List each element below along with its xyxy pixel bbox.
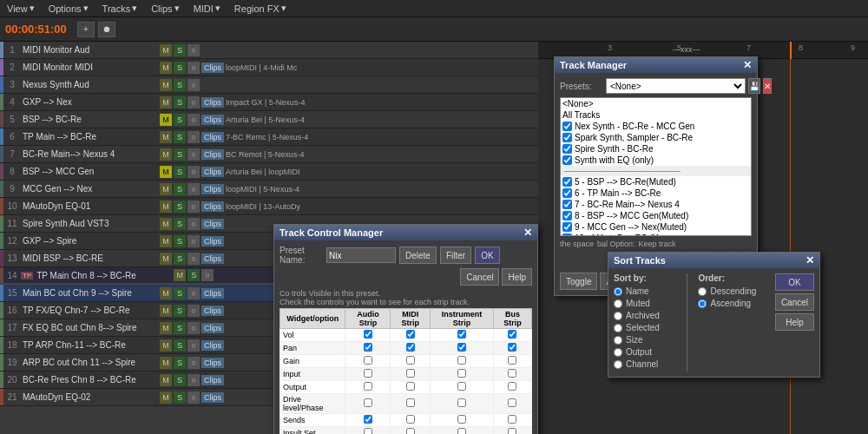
mute-button[interactable]: M — [160, 166, 172, 178]
clips-button[interactable]: Clips — [201, 167, 224, 177]
preset-track-7[interactable]: 7 - BC-Re Main--> Nexus 4 — [561, 199, 751, 210]
mute-button[interactable]: M — [160, 235, 172, 247]
arm-button[interactable]: ○ — [187, 183, 200, 195]
tcm-help-button[interactable]: Help — [502, 268, 532, 286]
tcm-cancel-button[interactable]: Cancel — [460, 268, 499, 286]
track-row[interactable]: 5 BSP --> BC-Re M S ○ ClipsArturia Bei |… — [0, 111, 538, 128]
arm-button[interactable]: ○ — [187, 131, 200, 143]
tcm-midi-cell[interactable] — [391, 381, 431, 394]
track-checkbox-5[interactable] — [562, 177, 572, 187]
tcm-midi-checkbox[interactable] — [406, 369, 415, 378]
clips-button[interactable]: Clips — [201, 62, 224, 73]
clips-button[interactable]: Clips — [201, 358, 224, 368]
arm-button[interactable]: ○ — [187, 287, 200, 299]
tcm-bus-checkbox[interactable] — [508, 330, 516, 339]
tcm-ok-button[interactable]: OK — [475, 247, 499, 264]
preset-track-10[interactable]: 10 - MAutoDyn EQ-01 — [561, 233, 751, 236]
tcm-midi-checkbox[interactable] — [406, 428, 415, 434]
tcm-bus-cell[interactable] — [493, 427, 531, 435]
arm-button[interactable]: ○ — [187, 201, 200, 213]
sort-radio-name[interactable] — [614, 287, 622, 296]
arm-button[interactable]: ○ — [187, 218, 200, 230]
arm-button[interactable]: ○ — [187, 114, 200, 126]
sort-option-selected[interactable]: Selected — [614, 323, 676, 332]
tcm-audio-checkbox[interactable] — [364, 343, 372, 352]
sort-radio-muted[interactable] — [614, 299, 622, 308]
preset-checkbox-3[interactable] — [562, 144, 572, 154]
tcm-audio-checkbox[interactable] — [364, 356, 372, 365]
tcm-bus-checkbox[interactable] — [508, 343, 516, 352]
mute-button[interactable]: M — [160, 253, 172, 265]
clips-button[interactable]: Clips — [201, 288, 224, 299]
arm-button[interactable]: ○ — [187, 148, 200, 161]
clips-button[interactable]: Clips — [201, 236, 224, 247]
tcm-audio-checkbox[interactable] — [364, 382, 372, 391]
sort-option-muted[interactable]: Muted — [614, 299, 676, 308]
arm-button[interactable]: ○ — [187, 253, 200, 265]
solo-button[interactable]: S — [174, 391, 186, 404]
tcm-instrument-checkbox[interactable] — [457, 343, 466, 352]
tcm-instrument-cell[interactable] — [431, 355, 494, 368]
clips-button[interactable]: Clips — [201, 149, 224, 160]
track-row[interactable]: 3 Nexus Synth Aud M S ○ — [0, 76, 538, 94]
solo-button[interactable]: S — [187, 269, 200, 281]
menu-item-tracks[interactable]: Tracks ▾ — [99, 3, 141, 14]
track-row[interactable]: 6 TP Main --> BC-Re M S ○ Clips7-BC Remc… — [0, 128, 538, 146]
mute-button[interactable]: M — [160, 391, 172, 404]
arm-button[interactable]: ○ — [187, 79, 200, 91]
order-option-ascending[interactable]: Ascending — [698, 299, 760, 308]
menu-item-midi[interactable]: MIDI ▾ — [190, 3, 224, 14]
preset-option-1[interactable]: Nex Synth - BC-Re - MCC Gen — [561, 121, 751, 132]
solo-button[interactable]: S — [174, 79, 186, 91]
preset-option-all-tracks[interactable]: All Tracks — [561, 109, 751, 121]
tcm-audio-checkbox[interactable] — [364, 330, 372, 339]
preset-dropdown-list[interactable]: <None> All Tracks Nex Synth - BC-Re - MC… — [560, 97, 752, 236]
sort-help-button[interactable]: Help — [775, 313, 814, 331]
sort-option-channel[interactable]: Channel — [614, 359, 676, 369]
track-row[interactable]: 8 BSP --> MCC Gen M S ○ ClipsArturia Bei… — [0, 163, 538, 181]
tcm-bus-checkbox[interactable] — [508, 356, 516, 365]
track-row[interactable]: 10 MAutoDyn EQ-01 M S ○ ClipsloopMIDI | … — [0, 198, 538, 215]
tcm-audio-cell[interactable] — [345, 342, 391, 355]
tcm-audio-cell[interactable] — [345, 414, 391, 427]
track-manager-close-button[interactable]: ✕ — [743, 60, 752, 70]
tcm-bus-checkbox[interactable] — [508, 415, 516, 424]
tcm-bus-checkbox[interactable] — [508, 382, 516, 391]
mute-button[interactable]: M — [160, 62, 172, 74]
tcm-midi-checkbox[interactable] — [406, 343, 415, 352]
tcm-bus-checkbox[interactable] — [508, 398, 516, 407]
mute-button[interactable]: M — [160, 322, 172, 334]
clips-button[interactable]: Clips — [201, 340, 224, 351]
mute-button[interactable]: M — [160, 339, 172, 352]
tcm-midi-checkbox[interactable] — [406, 382, 415, 391]
mute-button[interactable]: M — [160, 357, 172, 369]
arm-button[interactable]: ○ — [201, 269, 214, 281]
clips-button[interactable]: Clips — [201, 132, 224, 142]
tcm-midi-cell[interactable] — [391, 427, 431, 435]
preset-track-9[interactable]: 9 - MCC Gen --> Nex(Muted) — [561, 221, 751, 233]
preset-checkbox-1[interactable] — [562, 122, 572, 131]
tcm-instrument-cell[interactable] — [431, 427, 494, 435]
preset-checkbox-2[interactable] — [562, 133, 572, 142]
tcm-instrument-cell[interactable] — [431, 342, 494, 355]
preset-track-5[interactable]: 5 - BSP --> BC-Re(Muted) — [561, 176, 751, 187]
solo-button[interactable]: S — [174, 62, 186, 74]
sort-option-output[interactable]: Output — [614, 347, 676, 357]
order-option-descending[interactable]: Descending — [698, 286, 760, 296]
track-manager-title[interactable]: Track Manager ✕ — [555, 57, 757, 73]
tcm-audio-cell[interactable] — [345, 427, 391, 435]
preset-option-3[interactable]: Spire Synth - BC-Re — [561, 143, 751, 155]
tcm-audio-cell[interactable] — [345, 329, 391, 342]
tcm-instrument-checkbox[interactable] — [457, 369, 466, 378]
tcm-bus-cell[interactable] — [493, 342, 531, 355]
tcm-instrument-cell[interactable] — [431, 329, 494, 342]
tcm-midi-cell[interactable] — [391, 355, 431, 368]
preset-option-4[interactable]: Synth with EQ (only) — [561, 155, 751, 166]
mute-button[interactable]: M — [174, 269, 186, 281]
arm-button[interactable]: ○ — [187, 96, 200, 108]
solo-button[interactable]: S — [174, 253, 186, 265]
order-radio-ascending[interactable] — [698, 299, 707, 308]
tcm-instrument-checkbox[interactable] — [457, 428, 466, 434]
arm-button[interactable]: ○ — [187, 357, 200, 369]
preset-track-8[interactable]: 8 - BSP --> MCC Gen(Muted) — [561, 210, 751, 221]
